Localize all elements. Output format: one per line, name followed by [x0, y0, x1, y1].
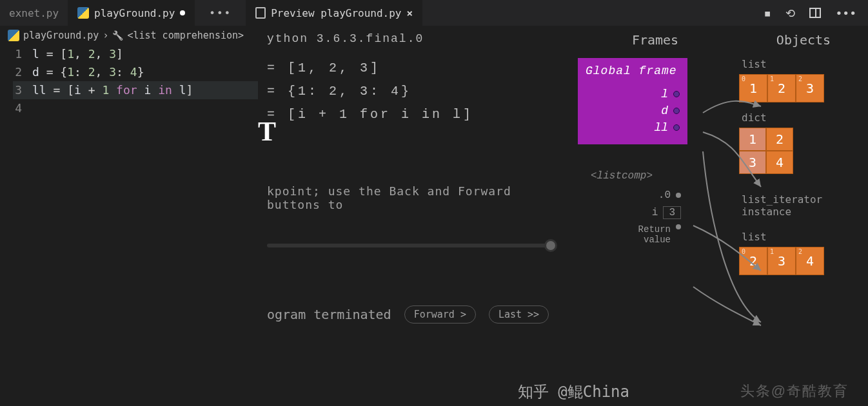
frame-var: ll: [586, 121, 680, 134]
frames-title: Frames: [571, 32, 739, 48]
title-bar: exnet.py playGround.py ••• Preview playG…: [0, 0, 868, 26]
frame-var: l: [586, 88, 680, 101]
list-object: 02 13 24: [739, 247, 868, 275]
tab-label: playGround.py: [94, 7, 175, 19]
line-number: 2: [13, 63, 32, 81]
preview-code: = [1, 2, 3] = {1: 2, 3: 4} = [i + 1 for …: [267, 57, 562, 126]
step-slider[interactable]: [267, 244, 551, 247]
line-number: 3: [13, 81, 32, 99]
modified-dot-icon: [180, 10, 185, 15]
more-icon[interactable]: •••: [835, 6, 856, 20]
ellipsis-icon: •••: [204, 7, 237, 19]
breadcrumb[interactable]: playGround.py › <list comprehension>: [0, 26, 258, 45]
code-editor[interactable]: 1l = [1, 2, 3] 2d = {1: 2, 3: 4} 3ll = […: [0, 45, 258, 117]
listcomp-title: <listcomp>: [591, 170, 681, 182]
list-object: 01 12 23: [739, 74, 868, 102]
file-icon: [255, 7, 266, 19]
objects-title: Objects: [739, 32, 868, 48]
dict-object: 1 2 3 4: [739, 128, 868, 174]
preview-column: ython 3.6.3.final.0 = [1, 2, 3] = {1: 2,…: [258, 26, 571, 406]
editor-column: playGround.py › <list comprehension> 1l …: [0, 26, 258, 406]
terminated-label: ogram terminated: [267, 307, 391, 322]
last-button[interactable]: Last >>: [489, 305, 549, 324]
hint-text: kpoint; use the Back and Forward buttons…: [267, 184, 562, 211]
python-icon: [8, 30, 19, 41]
tab-inactive[interactable]: exnet.py: [0, 0, 68, 26]
pv-line: = {1: 2, 3: 4}: [267, 80, 562, 103]
pv-line: = [i + 1 for i in l]: [267, 103, 562, 126]
global-frame: Global frame l d ll: [578, 58, 687, 144]
pointer-dot-icon: [673, 108, 680, 114]
split-editor-icon[interactable]: [809, 8, 821, 18]
line-number: 4: [13, 99, 32, 117]
breadcrumb-symbol: <list comprehension>: [127, 30, 244, 41]
cursor-caret-icon: T: [258, 116, 276, 147]
source-control-icon[interactable]: ◆: [761, 6, 776, 21]
lc-row: .0: [591, 189, 681, 201]
code-line: ll = [i + 1 for i in l]: [32, 81, 193, 99]
code-line: l = [1, 2, 3]: [32, 45, 123, 63]
code-line: d = {1: 2, 3: 4}: [32, 63, 144, 81]
lc-row: i3: [591, 206, 681, 219]
pointer-dot-icon: [676, 224, 681, 229]
pointer-dot-icon: [676, 193, 681, 198]
close-icon[interactable]: ×: [407, 7, 413, 19]
python-icon: [77, 7, 89, 19]
breadcrumb-file: playGround.py: [23, 30, 99, 41]
global-frame-title: Global frame: [586, 64, 680, 77]
preview-header: ython 3.6.3.final.0: [267, 32, 562, 45]
watermark: 知乎 @鲲China: [518, 382, 629, 402]
watermark: 头条@奇酷教育: [740, 382, 849, 401]
titlebar-right-icons: ◆ ⟲ •••: [753, 0, 868, 26]
tab-label: exnet.py: [9, 7, 59, 19]
obj-label: list: [742, 58, 868, 70]
pointer-dot-icon: [673, 91, 680, 97]
tab-preview[interactable]: Preview playGround.py ×: [246, 0, 422, 26]
wrench-icon: [112, 30, 123, 41]
chevron-right-icon: ›: [103, 30, 108, 41]
lc-row: Return value: [591, 224, 681, 245]
obj-label: list_iterator instance: [742, 193, 868, 218]
obj-label: list: [742, 231, 868, 243]
forward-button[interactable]: Forward >: [404, 305, 476, 324]
frames-column: Frames Global frame l d ll <listcomp> .0…: [571, 26, 739, 406]
pointer-dot-icon: [673, 124, 680, 131]
reload-icon[interactable]: ⟲: [785, 6, 795, 20]
pv-line: = [1, 2, 3]: [267, 57, 562, 80]
tab-ellipsis[interactable]: •••: [195, 0, 246, 26]
slider-knob[interactable]: [544, 239, 557, 252]
obj-label: dict: [742, 111, 868, 124]
tab-active[interactable]: playGround.py: [68, 0, 195, 26]
tab-label: Preview playGround.py: [271, 7, 401, 19]
listcomp-frame: <listcomp> .0 i3 Return value: [584, 164, 687, 256]
line-number: 1: [13, 45, 32, 63]
objects-column: Objects list 01 12 23 dict 1 2 3 4 list_…: [739, 26, 868, 406]
frame-var: d: [586, 104, 680, 117]
